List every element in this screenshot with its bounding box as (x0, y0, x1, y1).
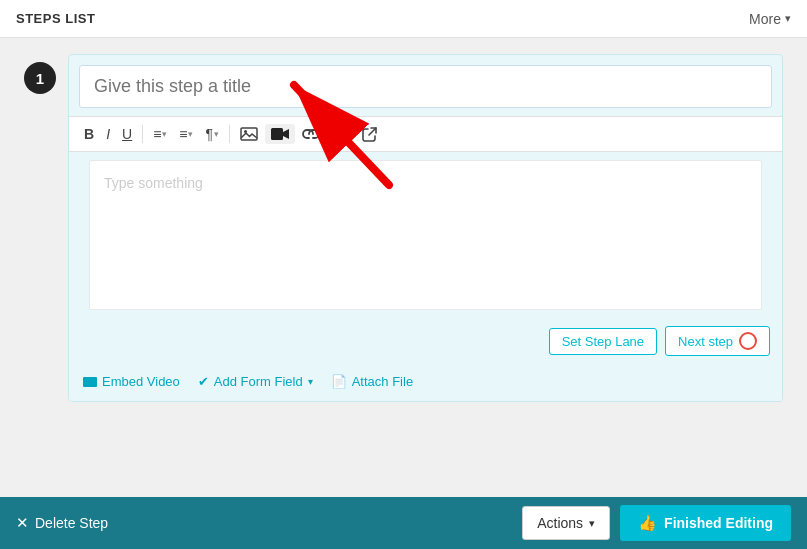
add-form-field-link[interactable]: ✔ Add Form Field ▾ (198, 374, 313, 389)
attach-file-link[interactable]: 📄 Attach File (331, 374, 413, 389)
actions-button[interactable]: Actions ▾ (522, 506, 610, 540)
table-icon (332, 126, 350, 142)
header: STEPS LIST More ▾ (0, 0, 807, 38)
external-link-button[interactable] (357, 123, 383, 145)
table-button[interactable] (327, 123, 355, 145)
more-button[interactable]: More ▾ (749, 11, 791, 27)
next-step-button[interactable]: Next step (665, 326, 770, 356)
embed-video-link[interactable]: Embed Video (83, 374, 180, 389)
editor-toolbar: B I U ≡▾ ≡▾ ¶▾ (69, 116, 782, 152)
svg-rect-4 (333, 127, 349, 141)
add-form-field-icon: ✔ (198, 374, 209, 389)
separator-1 (142, 125, 143, 143)
set-step-lane-button[interactable]: Set Step Lane (549, 328, 657, 355)
italic-button[interactable]: I (101, 123, 115, 145)
footer-right: Actions ▾ 👍 Finished Editing (522, 505, 791, 541)
delete-step-button[interactable]: ✕ Delete Step (16, 514, 108, 532)
next-step-circle-icon (739, 332, 757, 350)
actions-chevron-icon: ▾ (589, 517, 595, 530)
content-placeholder: Type something (104, 175, 203, 191)
bold-button[interactable]: B (79, 123, 99, 145)
bottom-links-row: Embed Video ✔ Add Form Field ▾ 📄 Attach … (69, 366, 782, 401)
step-title-input[interactable] (79, 65, 772, 108)
image-icon (240, 127, 258, 141)
video-button[interactable] (265, 124, 295, 144)
more-label: More (749, 11, 781, 27)
separator-2 (229, 125, 230, 143)
svg-line-9 (369, 128, 376, 135)
underline-button[interactable]: U (117, 123, 137, 145)
step-number-badge: 1 (24, 62, 56, 94)
attach-file-icon: 📄 (331, 374, 347, 389)
steps-list-title: STEPS LIST (16, 11, 95, 26)
link-icon (302, 128, 320, 140)
svg-rect-2 (271, 128, 283, 140)
unordered-list-button[interactable]: ≡▾ (174, 123, 198, 145)
editor-card: B I U ≡▾ ≡▾ ¶▾ (68, 54, 783, 402)
svg-marker-3 (283, 129, 289, 139)
video-icon (270, 127, 290, 141)
paragraph-button[interactable]: ¶▾ (200, 123, 224, 145)
svg-rect-0 (241, 128, 257, 140)
chevron-down-icon: ▾ (785, 12, 791, 25)
image-button[interactable] (235, 124, 263, 144)
footer-bar: ✕ Delete Step Actions ▾ 👍 Finished Editi… (0, 497, 807, 549)
main-content: 1 B I U ≡▾ ≡▾ ¶▾ (0, 38, 807, 497)
embed-video-icon (83, 377, 97, 387)
content-editor[interactable]: Type something (89, 160, 762, 310)
finished-editing-button[interactable]: 👍 Finished Editing (620, 505, 791, 541)
step-navigation-row: Set Step Lane Next step (69, 318, 782, 366)
delete-icon: ✕ (16, 514, 29, 532)
link-button[interactable] (297, 125, 325, 143)
ordered-list-button[interactable]: ≡▾ (148, 123, 172, 145)
thumbs-up-icon: 👍 (638, 514, 657, 532)
external-link-icon (362, 126, 378, 142)
add-form-field-chevron-icon: ▾ (308, 376, 313, 387)
